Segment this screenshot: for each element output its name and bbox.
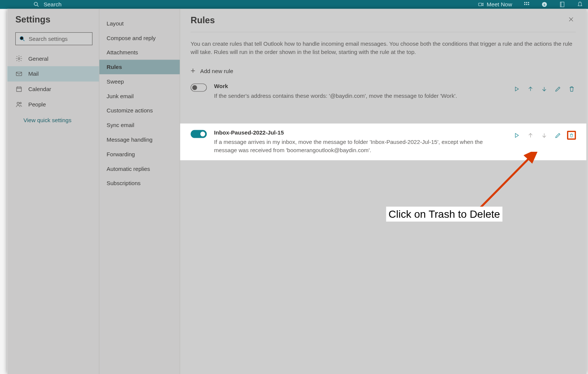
meet-now-button[interactable]: Meet Now — [478, 1, 512, 7]
subnav-sweep[interactable]: Sweep — [99, 74, 180, 89]
mail-subnav: Layout Compose and reply Attachments Rul… — [99, 9, 180, 374]
sidebar-item-label: General — [28, 55, 48, 62]
move-up-button[interactable] — [526, 84, 535, 93]
delete-rule-button[interactable] — [567, 84, 576, 93]
search-settings-input[interactable]: Search settings — [15, 32, 93, 45]
sidebar-item-label: People — [28, 101, 46, 108]
svg-rect-2 — [478, 3, 482, 6]
subnav-attachments[interactable]: Attachments — [99, 45, 180, 60]
sidebar-item-label: Mail — [28, 70, 39, 77]
trash-icon — [568, 85, 575, 92]
close-button[interactable] — [566, 15, 576, 26]
svg-rect-3 — [524, 2, 525, 3]
add-rule-button[interactable]: + Add new rule — [190, 64, 576, 77]
svg-rect-16 — [16, 72, 22, 76]
play-icon — [513, 132, 520, 139]
settings-title: Settings — [15, 15, 99, 25]
rule-toggle[interactable] — [190, 130, 207, 138]
rules-title: Rules — [190, 15, 215, 25]
app-topbar: Search Meet Now S — [0, 0, 588, 9]
svg-rect-5 — [528, 2, 529, 3]
sidebar-item-label: Calendar — [28, 86, 51, 92]
rules-panel: Rules You can create rules that tell Out… — [180, 9, 586, 374]
svg-rect-17 — [16, 87, 21, 91]
close-icon — [568, 16, 574, 22]
subnav-message-handling[interactable]: Message handling — [99, 132, 180, 147]
search-icon — [33, 1, 39, 7]
meet-now-label: Meet Now — [487, 1, 512, 7]
rule-toggle[interactable] — [190, 84, 207, 92]
edit-rule-button[interactable] — [553, 131, 562, 140]
rule-row: Work If the sender's address contains th… — [180, 77, 586, 106]
subnav-layout[interactable]: Layout — [99, 16, 180, 31]
sidebar-item-people[interactable]: People — [7, 97, 99, 112]
mail-icon — [15, 70, 22, 77]
rule-description: If a message arrives in my inbox, move t… — [214, 138, 505, 154]
trash-icon — [569, 132, 574, 139]
calendar-icon — [15, 85, 22, 93]
svg-point-15 — [18, 58, 20, 60]
subnav-forwarding[interactable]: Forwarding — [99, 147, 180, 162]
arrow-down-icon — [541, 132, 548, 139]
pencil-icon — [554, 85, 561, 92]
move-up-button[interactable] — [526, 131, 535, 140]
video-icon — [478, 1, 484, 7]
highlighted-rule-layer: Inbox-Paused-2022-Jul-15 If a message ar… — [180, 124, 586, 160]
settings-sidebar: Settings Search settings General Mail Ca… — [7, 9, 99, 374]
add-rule-label: Add new rule — [200, 67, 233, 74]
svg-line-1 — [37, 5, 39, 7]
sidebar-item-mail[interactable]: Mail — [7, 66, 99, 82]
svg-rect-6 — [524, 4, 525, 5]
svg-line-14 — [23, 40, 24, 41]
arrow-down-icon — [541, 85, 548, 92]
edit-rule-button[interactable] — [553, 84, 562, 93]
annotation-label: Click on Trash to Delete — [386, 206, 502, 221]
topbar-search-placeholder[interactable]: Search — [44, 1, 62, 7]
pencil-icon — [554, 132, 561, 139]
rules-description: You can create rules that tell Outlook h… — [190, 40, 576, 57]
subnav-compose[interactable]: Compose and reply — [99, 31, 180, 45]
view-quick-settings-link[interactable]: View quick settings — [7, 112, 99, 123]
sidebar-item-calendar[interactable]: Calendar — [7, 82, 99, 97]
notes-icon[interactable] — [559, 1, 566, 7]
svg-point-22 — [20, 102, 21, 104]
play-icon — [513, 85, 520, 92]
rule-title: Inbox-Paused-2022-Jul-15 — [214, 129, 505, 136]
settings-modal: Settings Search settings General Mail Ca… — [7, 9, 586, 374]
arrow-up-icon — [527, 85, 534, 92]
run-rule-button[interactable] — [512, 84, 521, 93]
move-down-button[interactable] — [540, 84, 549, 93]
subnav-automatic-replies[interactable]: Automatic replies — [99, 162, 180, 176]
subnav-customize[interactable]: Customize actions — [99, 103, 180, 118]
svg-text:S: S — [543, 3, 545, 6]
svg-rect-8 — [528, 4, 529, 5]
sidebar-item-general[interactable]: General — [7, 51, 99, 66]
subnav-sync[interactable]: Sync email — [99, 118, 180, 132]
people-icon — [15, 101, 22, 108]
rule-row: Inbox-Paused-2022-Jul-15 If a message ar… — [180, 124, 586, 160]
bell-icon[interactable] — [577, 1, 583, 7]
subnav-rules[interactable]: Rules — [99, 60, 180, 74]
svg-point-21 — [17, 102, 19, 105]
svg-point-0 — [34, 2, 38, 6]
delete-rule-button[interactable] — [567, 131, 576, 140]
grid-icon[interactable] — [524, 1, 530, 7]
svg-point-13 — [20, 37, 23, 40]
rule-description: If the sender's address contains these w… — [214, 91, 505, 100]
plus-icon: + — [190, 66, 195, 76]
svg-rect-4 — [526, 2, 527, 3]
skype-icon[interactable]: S — [541, 1, 548, 7]
arrow-up-icon — [527, 132, 534, 139]
subnav-junk[interactable]: Junk email — [99, 89, 180, 103]
svg-rect-11 — [560, 2, 564, 7]
run-rule-button[interactable] — [512, 131, 521, 140]
subnav-subscriptions[interactable]: Subscriptions — [99, 176, 180, 191]
rule-title: Work — [214, 83, 505, 89]
move-down-button[interactable] — [540, 131, 549, 140]
svg-rect-7 — [526, 4, 527, 5]
search-icon — [19, 36, 26, 42]
gear-icon — [15, 55, 22, 62]
search-settings-placeholder: Search settings — [28, 36, 68, 42]
